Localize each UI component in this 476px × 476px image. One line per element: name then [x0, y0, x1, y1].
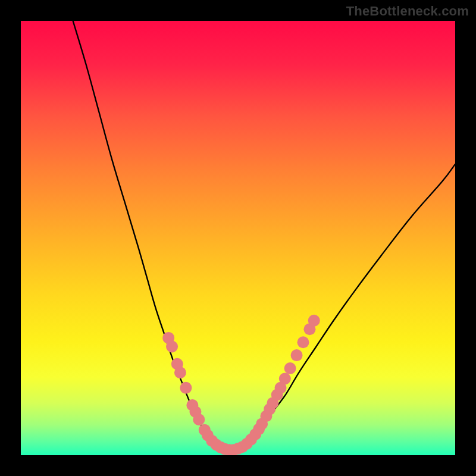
watermark-text: TheBottleneck.com: [346, 4, 469, 19]
plot-svg: [21, 21, 455, 455]
data-marker: [279, 373, 291, 385]
data-marker: [174, 367, 186, 378]
gradient-background: [21, 21, 455, 455]
chart-frame: TheBottleneck.com: [0, 0, 476, 476]
data-marker: [308, 315, 320, 327]
data-marker: [166, 341, 178, 353]
plot-area: [21, 21, 455, 455]
data-marker: [298, 336, 309, 348]
data-marker: [284, 362, 296, 374]
data-marker: [180, 382, 192, 394]
data-marker: [291, 349, 303, 361]
data-marker: [193, 414, 205, 425]
